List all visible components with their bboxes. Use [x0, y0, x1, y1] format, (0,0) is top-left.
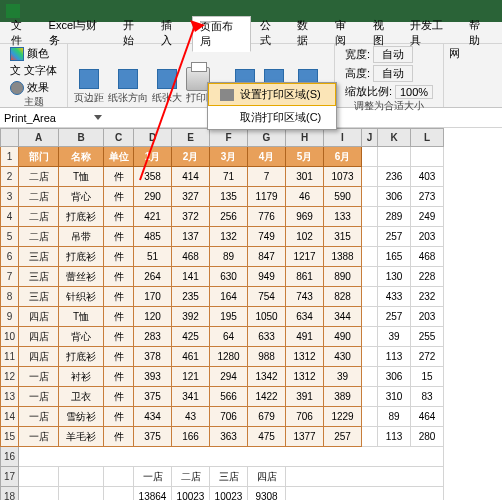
row-hdr-4[interactable]: 4: [1, 207, 19, 227]
cell[interactable]: 针织衫: [59, 287, 104, 307]
cell[interactable]: 蕾丝衫: [59, 267, 104, 287]
cell[interactable]: 1388: [324, 247, 362, 267]
cell[interactable]: 468: [172, 247, 210, 267]
cell[interactable]: [362, 167, 378, 187]
cell[interactable]: 1073: [324, 167, 362, 187]
col-hdr-G[interactable]: G: [248, 129, 286, 147]
cell[interactable]: 228: [411, 267, 444, 287]
cell[interactable]: 425: [172, 327, 210, 347]
cell[interactable]: 949: [248, 267, 286, 287]
cell[interactable]: 四店: [19, 327, 59, 347]
cell[interactable]: 件: [104, 207, 134, 227]
cell[interactable]: 327: [172, 187, 210, 207]
cell[interactable]: 847: [248, 247, 286, 267]
cell[interactable]: 衬衫: [59, 367, 104, 387]
cell[interactable]: [362, 247, 378, 267]
col-hdr-[interactable]: [1, 129, 19, 147]
table-header[interactable]: 名称: [59, 147, 104, 167]
cell[interactable]: 120: [134, 307, 172, 327]
cell[interactable]: [362, 327, 378, 347]
sum-value[interactable]: 10023: [172, 487, 210, 501]
cell[interactable]: 679: [248, 407, 286, 427]
margin-icon[interactable]: [79, 69, 99, 89]
cell[interactable]: 46: [286, 187, 324, 207]
cell[interactable]: 372: [172, 207, 210, 227]
table-header[interactable]: 2月: [172, 147, 210, 167]
cell[interactable]: 71: [210, 167, 248, 187]
font-label[interactable]: 文字体: [24, 63, 57, 78]
cell[interactable]: 203: [411, 307, 444, 327]
cell[interactable]: 290: [134, 187, 172, 207]
cell[interactable]: 1229: [324, 407, 362, 427]
cell[interactable]: 卫衣: [59, 387, 104, 407]
cell[interactable]: 121: [172, 367, 210, 387]
cell[interactable]: 一店: [19, 367, 59, 387]
cell[interactable]: 89: [210, 247, 248, 267]
cell[interactable]: [362, 347, 378, 367]
sum-value[interactable]: 9308: [248, 487, 286, 501]
cell[interactable]: [362, 427, 378, 447]
color-icon[interactable]: [10, 47, 24, 61]
cell[interactable]: 310: [378, 387, 411, 407]
cell[interactable]: 461: [172, 347, 210, 367]
cell[interactable]: 393: [134, 367, 172, 387]
effect-label[interactable]: 效果: [27, 80, 49, 95]
cell[interactable]: 257: [378, 227, 411, 247]
cell[interactable]: 89: [378, 407, 411, 427]
cell[interactable]: 四店: [19, 307, 59, 327]
cell[interactable]: 二店: [19, 207, 59, 227]
cell[interactable]: 一店: [19, 387, 59, 407]
row-hdr-14[interactable]: 14: [1, 407, 19, 427]
cell[interactable]: 315: [324, 227, 362, 247]
font-icon[interactable]: 文: [10, 63, 21, 78]
cell[interactable]: 633: [248, 327, 286, 347]
cell[interactable]: 1342: [248, 367, 286, 387]
cell[interactable]: 背心: [59, 327, 104, 347]
cell[interactable]: 二店: [19, 227, 59, 247]
set-print-area-item[interactable]: 设置打印区域(S): [208, 83, 336, 106]
cell[interactable]: 255: [411, 327, 444, 347]
cell[interactable]: 113: [378, 427, 411, 447]
cell[interactable]: 590: [324, 187, 362, 207]
col-hdr-H[interactable]: H: [286, 129, 324, 147]
row-hdr-10[interactable]: 10: [1, 327, 19, 347]
cell[interactable]: 249: [411, 207, 444, 227]
orient-icon[interactable]: [118, 69, 138, 89]
cell[interactable]: 776: [248, 207, 286, 227]
cell[interactable]: 344: [324, 307, 362, 327]
cell[interactable]: 83: [411, 387, 444, 407]
cell[interactable]: 件: [104, 227, 134, 247]
cell[interactable]: 雪纺衫: [59, 407, 104, 427]
cell[interactable]: 389: [324, 387, 362, 407]
table-header[interactable]: 部门: [19, 147, 59, 167]
worksheet[interactable]: ABCDEFGHIJKL1部门名称单位1月2月3月4月5月6月2二店T恤件358…: [0, 128, 502, 500]
sum-label[interactable]: 一店: [134, 467, 172, 487]
cell[interactable]: 件: [104, 167, 134, 187]
row-hdr-5[interactable]: 5: [1, 227, 19, 247]
width-value[interactable]: 自动: [373, 46, 413, 63]
cell[interactable]: 件: [104, 407, 134, 427]
cell[interactable]: 195: [210, 307, 248, 327]
cell[interactable]: [362, 387, 378, 407]
col-hdr-B[interactable]: B: [59, 129, 104, 147]
sum-label[interactable]: 三店: [210, 467, 248, 487]
cell[interactable]: 三店: [19, 287, 59, 307]
cell[interactable]: 件: [104, 287, 134, 307]
sum-value[interactable]: 10023: [210, 487, 248, 501]
cell[interactable]: 890: [324, 267, 362, 287]
table-header[interactable]: 4月: [248, 147, 286, 167]
cell[interactable]: 468: [411, 247, 444, 267]
cell[interactable]: 232: [411, 287, 444, 307]
cell[interactable]: T恤: [59, 307, 104, 327]
cell[interactable]: 四店: [19, 347, 59, 367]
cell[interactable]: [362, 307, 378, 327]
cell[interactable]: 301: [286, 167, 324, 187]
cell[interactable]: 141: [172, 267, 210, 287]
cell[interactable]: 165: [378, 247, 411, 267]
table-header[interactable]: 6月: [324, 147, 362, 167]
cell[interactable]: 15: [411, 367, 444, 387]
cell[interactable]: 二店: [19, 167, 59, 187]
cell[interactable]: 三店: [19, 267, 59, 287]
cell[interactable]: 257: [324, 427, 362, 447]
cell[interactable]: 1050: [248, 307, 286, 327]
